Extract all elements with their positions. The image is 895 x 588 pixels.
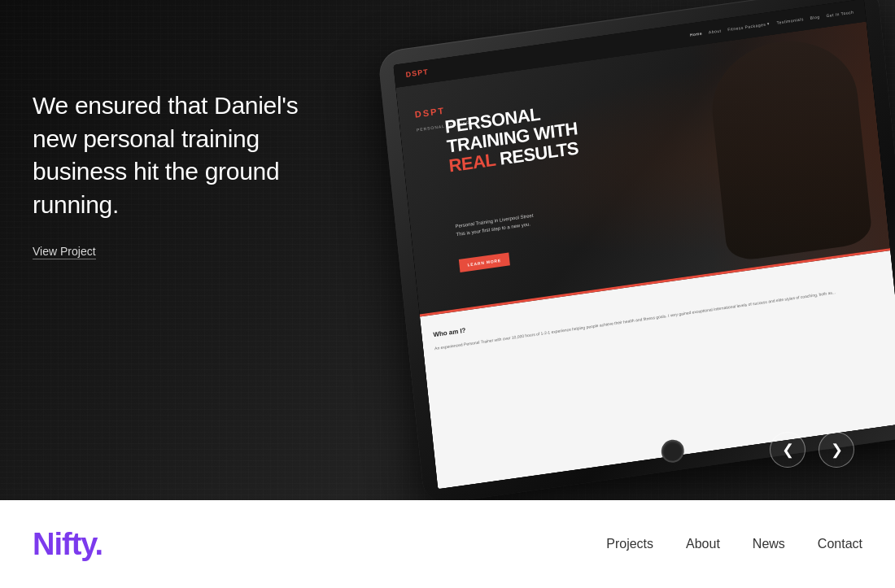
site-nav-testimonials: Testimonials	[776, 16, 804, 25]
footer-navigation: Projects About News Contact	[606, 537, 862, 551]
hero-text-block: We ensured that Daniel's new personal tr…	[33, 89, 342, 259]
footer-logo[interactable]: Nifty.	[33, 527, 103, 562]
site-person-silhouette	[689, 22, 890, 273]
ipad-mockup: DSPT Home About Fitness Packages ▾ Testi…	[399, 16, 895, 488]
ipad-outer-shell: DSPT Home About Fitness Packages ▾ Testi…	[378, 0, 895, 500]
site-nav-home: Home	[689, 31, 702, 37]
next-arrow[interactable]: ❯	[819, 432, 854, 468]
site-nav-about: About	[709, 28, 722, 34]
site-nav-packages: Fitness Packages ▾	[727, 21, 771, 32]
footer: Nifty. Projects About News Contact	[0, 500, 895, 588]
footer-nav-contact[interactable]: Contact	[818, 537, 862, 551]
site-nav-blog: Blog	[810, 14, 820, 20]
ipad-screen: DSPT Home About Fitness Packages ▾ Testi…	[393, 0, 895, 489]
footer-nav-news[interactable]: News	[753, 537, 785, 551]
view-project-link[interactable]: View Project	[33, 245, 96, 259]
ipad-website: DSPT Home About Fitness Packages ▾ Testi…	[393, 0, 895, 489]
footer-nav-about[interactable]: About	[686, 537, 720, 551]
hero-headline: We ensured that Daniel's new personal tr…	[33, 89, 342, 221]
footer-nav-projects[interactable]: Projects	[606, 537, 653, 551]
carousel-navigation: ❮ ❯	[770, 432, 854, 468]
site-nav-contact: Get In Touch	[826, 10, 854, 19]
hero-section: We ensured that Daniel's new personal tr…	[0, 0, 895, 500]
prev-arrow[interactable]: ❮	[770, 432, 806, 468]
site-logo: DSPT	[405, 68, 429, 79]
